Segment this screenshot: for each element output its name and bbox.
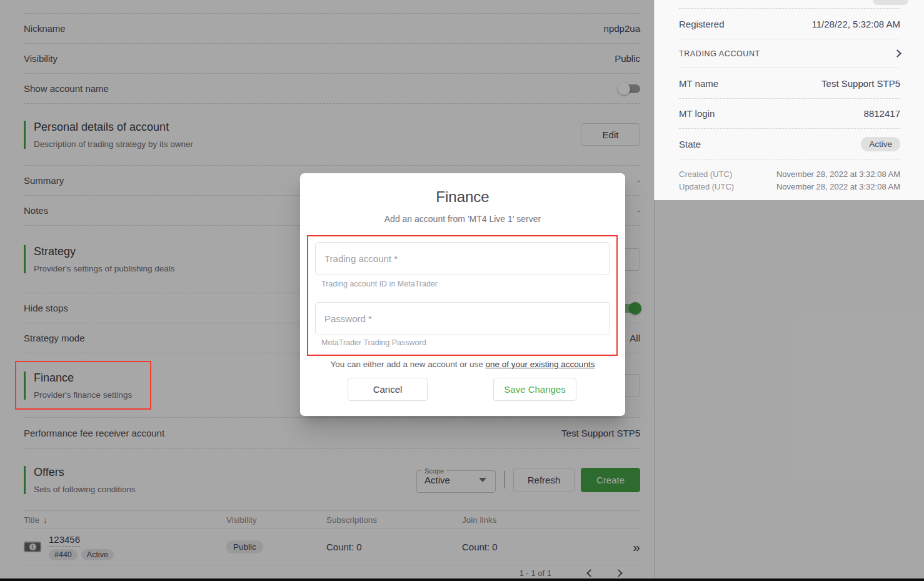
row-created: Created (UTC) November 28, 2022 at 3:32:…: [679, 168, 900, 180]
mt-login-value: 8812417: [864, 108, 900, 119]
status-badge-partial: [873, 0, 908, 5]
bottom-edge-bar: [0, 578, 924, 581]
trading-account-header-label: TRADING ACCOUNT: [679, 49, 760, 58]
row-mt-login: MT login 8812417: [679, 99, 900, 129]
updated-label: Updated (UTC): [679, 182, 734, 191]
dialog-hint: You can either add a new account or use …: [300, 360, 625, 369]
created-value: November 28, 2022 at 3:32:08 AM: [776, 169, 900, 179]
dialog-subtitle: Add an account from 'MT4 Live 1' server: [300, 214, 625, 224]
cancel-button[interactable]: Cancel: [348, 378, 428, 401]
updated-value: November 28, 2022 at 3:32:08 AM: [776, 182, 900, 191]
created-label: Created (UTC): [679, 169, 732, 179]
row-mt-name: MT name Test Support STP5: [679, 68, 900, 99]
chevron-right-icon: [893, 49, 901, 58]
hint-text: You can either add a new account or use: [331, 360, 486, 369]
annotation-finance-highlight: [15, 361, 151, 410]
existing-accounts-link[interactable]: one of your existing accounts: [486, 360, 595, 369]
trading-account-header[interactable]: TRADING ACCOUNT: [679, 39, 900, 68]
details-sidebar: Registered 11/28/22, 5:32:08 AM TRADING …: [654, 0, 924, 200]
mt-name-label: MT name: [679, 78, 718, 89]
row-updated: Updated (UTC) November 28, 2022 at 3:32:…: [679, 180, 900, 193]
state-label: State: [679, 139, 701, 149]
timestamps: Created (UTC) November 28, 2022 at 3:32:…: [679, 159, 900, 193]
registered-label: Registered: [679, 19, 725, 29]
mt-name-value: Test Support STP5: [821, 78, 900, 89]
annotation-fields-highlight: [307, 235, 618, 356]
save-changes-button[interactable]: Save Changes: [493, 378, 576, 401]
row-registered: Registered 11/28/22, 5:32:08 AM: [679, 9, 900, 39]
registered-value: 11/28/22, 5:32:08 AM: [812, 19, 901, 29]
divider: [679, 0, 900, 9]
state-badge: Active: [861, 137, 900, 151]
mt-login-label: MT login: [679, 108, 715, 119]
dialog-title: Finance: [300, 188, 625, 206]
row-state: State Active: [679, 129, 900, 159]
